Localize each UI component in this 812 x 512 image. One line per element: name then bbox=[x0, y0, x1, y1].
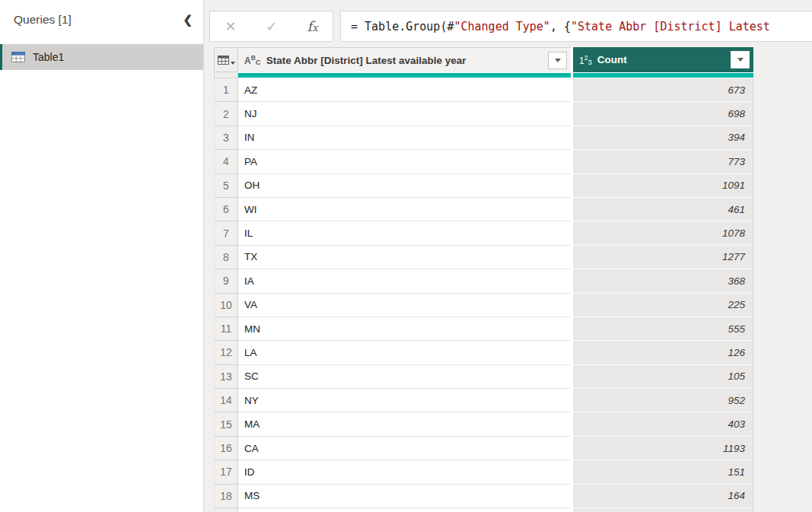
number-type-123-icon: 123 bbox=[579, 53, 592, 67]
row-number[interactable]: 6 bbox=[214, 198, 238, 221]
dropdown-arrow-icon bbox=[737, 58, 744, 62]
row-number[interactable]: 17 bbox=[214, 460, 238, 484]
row-number[interactable]: 16 bbox=[214, 437, 238, 460]
column-label: State Abbr [District] Latest available y… bbox=[266, 55, 543, 66]
column-quality-bar bbox=[238, 72, 571, 78]
cell-state[interactable]: IN bbox=[238, 126, 571, 150]
cell-count[interactable]: 151 bbox=[573, 460, 753, 484]
row-number[interactable]: 9 bbox=[214, 269, 238, 293]
cell-state[interactable]: MN bbox=[238, 317, 571, 341]
row-number[interactable]: 2 bbox=[214, 102, 238, 126]
table-row: 9IA368 bbox=[214, 269, 753, 293]
table-row: 4PA773 bbox=[214, 150, 753, 173]
row-number[interactable]: 14 bbox=[214, 389, 238, 412]
cell-state[interactable]: IL bbox=[238, 221, 571, 245]
cell-count[interactable]: 461 bbox=[573, 198, 753, 221]
cell-count[interactable]: 1091 bbox=[573, 174, 753, 198]
queries-title: Queries [1] bbox=[14, 13, 72, 27]
row-number[interactable]: 10 bbox=[214, 294, 238, 317]
cell-count[interactable]: 225 bbox=[573, 294, 753, 317]
cell-state[interactable]: SC bbox=[238, 365, 571, 389]
cell-state[interactable]: NJ bbox=[238, 102, 571, 126]
cell-state[interactable]: AZ bbox=[238, 78, 571, 102]
text-type-abc-icon: ABC bbox=[244, 53, 261, 67]
table-header-row: ABC State Abbr [District] Latest availab… bbox=[214, 47, 753, 72]
row-number[interactable]: 7 bbox=[214, 221, 238, 245]
cell-count[interactable]: 368 bbox=[573, 269, 753, 293]
table-row: 7IL1078 bbox=[214, 221, 753, 245]
cell-count[interactable]: 555 bbox=[573, 317, 753, 341]
quality-bar-corner bbox=[214, 72, 238, 78]
cell-count[interactable]: 773 bbox=[573, 150, 753, 173]
row-number[interactable]: 3 bbox=[214, 126, 238, 150]
cell-count[interactable]: 403 bbox=[573, 412, 753, 436]
table-row: 3IN394 bbox=[214, 126, 753, 150]
cell-count[interactable]: 952 bbox=[573, 389, 753, 412]
cell-state[interactable]: MS bbox=[238, 485, 571, 508]
table-row: 1AZ673 bbox=[214, 78, 753, 102]
table-row: 11MN555 bbox=[214, 317, 753, 341]
table-body: 1AZ6732NJ6983IN3944PA7735OH10916WI4617IL… bbox=[214, 78, 753, 512]
column-header-state-abbr[interactable]: ABC State Abbr [District] Latest availab… bbox=[238, 47, 571, 72]
row-number[interactable]: 11 bbox=[214, 317, 238, 341]
cell-state[interactable]: PA bbox=[238, 150, 571, 173]
corner-dropdown-caret-icon bbox=[231, 62, 235, 65]
cell-state[interactable]: NY bbox=[238, 389, 571, 412]
table-row: 6WI461 bbox=[214, 198, 753, 221]
cell-state[interactable]: IA bbox=[238, 269, 571, 293]
filter-dropdown-button[interactable] bbox=[731, 51, 750, 68]
column-quality-bar-row bbox=[214, 72, 753, 78]
collapse-pane-chevron-left-icon[interactable]: ❮ bbox=[183, 13, 193, 27]
row-number[interactable]: 18 bbox=[214, 485, 238, 508]
query-item-label: Table1 bbox=[33, 51, 64, 63]
cell-count[interactable]: 1078 bbox=[573, 221, 753, 245]
cell-state[interactable]: TX bbox=[238, 246, 571, 269]
cell-count[interactable]: 105 bbox=[573, 365, 753, 389]
column-header-count[interactable]: 123 Count bbox=[573, 47, 753, 72]
table-row: 18MS164 bbox=[214, 485, 753, 508]
table-row: 14NY952 bbox=[214, 389, 753, 412]
row-number[interactable]: 12 bbox=[214, 341, 238, 364]
table-row: 17ID151 bbox=[214, 460, 753, 484]
filter-dropdown-button[interactable] bbox=[548, 52, 567, 69]
table-row: 5OH1091 bbox=[214, 174, 753, 198]
cell-count[interactable]: 1193 bbox=[573, 437, 753, 460]
formula-input[interactable]: = Table.Group(#"Changed Type", {"State A… bbox=[340, 11, 812, 42]
cell-state[interactable]: ID bbox=[238, 460, 571, 484]
cell-state bbox=[238, 508, 571, 512]
cell-state[interactable]: MA bbox=[238, 412, 571, 436]
cell-count[interactable]: 126 bbox=[573, 341, 753, 364]
row-number[interactable]: 1 bbox=[214, 78, 238, 102]
cell-state[interactable]: WI bbox=[238, 198, 571, 221]
row-number[interactable]: 15 bbox=[214, 412, 238, 436]
cancel-formula-x-icon[interactable]: ✕ bbox=[224, 18, 236, 35]
row-number[interactable]: 4 bbox=[214, 150, 238, 173]
row-number[interactable]: 8 bbox=[214, 246, 238, 269]
cell-state[interactable]: LA bbox=[238, 341, 571, 364]
formula-bar-buttons: ✕ ✓ fx bbox=[209, 11, 333, 42]
cell-count[interactable]: 698 bbox=[573, 102, 753, 126]
queries-pane-header: Queries [1] ❮ bbox=[0, 0, 203, 27]
cell-count[interactable]: 164 bbox=[573, 485, 753, 508]
row-number bbox=[214, 508, 238, 512]
select-all-corner-button[interactable] bbox=[214, 47, 238, 72]
row-number[interactable]: 5 bbox=[214, 174, 238, 198]
data-preview-table: ABC State Abbr [District] Latest availab… bbox=[214, 47, 753, 512]
formula-segment-string: "Changed Type" bbox=[454, 20, 549, 33]
row-number[interactable]: 13 bbox=[214, 365, 238, 389]
table-row: 2NJ698 bbox=[214, 102, 753, 126]
cell-state[interactable]: CA bbox=[238, 437, 571, 460]
column-label: Count bbox=[597, 54, 725, 65]
cell-count[interactable]: 394 bbox=[573, 126, 753, 150]
cell-count[interactable]: 1277 bbox=[573, 246, 753, 269]
cell-count[interactable]: 673 bbox=[573, 78, 753, 102]
formula-segment-string: "State Abbr [District] Latest bbox=[571, 20, 770, 33]
cell-state[interactable]: OH bbox=[238, 174, 571, 198]
dropdown-arrow-icon bbox=[555, 59, 561, 62]
queries-pane: Queries [1] ❮ Table1 bbox=[0, 0, 204, 512]
commit-formula-check-icon[interactable]: ✓ bbox=[266, 18, 277, 35]
table-row: 16CA1193 bbox=[214, 437, 753, 460]
table-row: 8TX1277 bbox=[214, 246, 753, 269]
cell-state[interactable]: VA bbox=[238, 294, 571, 317]
query-item-table1[interactable]: Table1 bbox=[0, 44, 203, 70]
